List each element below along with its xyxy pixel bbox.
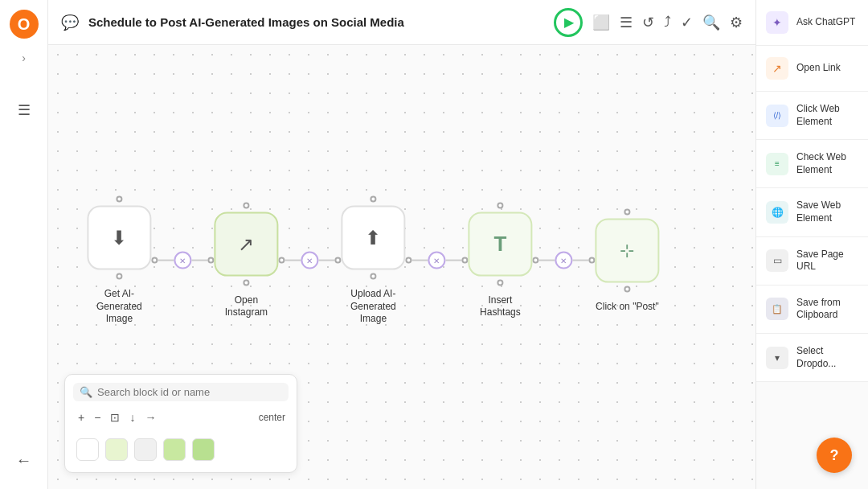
panel-item-label: Ask ChatGPT bbox=[796, 16, 855, 29]
node-label: Click on "Post" bbox=[596, 300, 659, 313]
panel-item-save-page-url[interactable]: ▭ Save Page URL bbox=[756, 237, 868, 286]
workflow: ⬇ Get AI-Generated Image ✕ ↗ Ope bbox=[87, 196, 659, 326]
line bbox=[445, 260, 461, 261]
node-bottom-connector bbox=[624, 286, 630, 292]
node-get-ai-image[interactable]: ⬇ Get AI-Generated Image bbox=[87, 196, 151, 326]
play-button[interactable]: ▶ bbox=[554, 8, 583, 37]
node-click-post[interactable]: ⊹ Click on "Post" bbox=[595, 208, 659, 313]
line bbox=[285, 260, 301, 261]
clipboard-icon: 📋 bbox=[766, 298, 788, 320]
node-bottom-connector bbox=[497, 279, 503, 286]
node-top-connector bbox=[370, 196, 376, 203]
dot bbox=[532, 257, 538, 264]
panel-item-save-from-clipboard[interactable]: 📋 Save from Clipboard bbox=[756, 286, 868, 334]
panel-item-label: Open Link bbox=[796, 62, 841, 75]
panel-item-select-dropdown[interactable]: ▾ Select Dropdo... bbox=[756, 334, 868, 382]
panel-item-label: Select Dropdo... bbox=[796, 345, 858, 370]
history-icon[interactable]: ↺ bbox=[642, 14, 654, 31]
dropdown-icon: ▾ bbox=[766, 347, 788, 369]
settings-icon[interactable]: ⚙ bbox=[730, 14, 743, 31]
left-sidebar: O › ☰ ← bbox=[0, 0, 48, 489]
search-icon[interactable]: 🔍 bbox=[702, 14, 720, 31]
remove-connection-3[interactable]: ✕ bbox=[428, 252, 445, 269]
dot bbox=[405, 257, 411, 264]
remove-connection-4[interactable]: ✕ bbox=[555, 252, 572, 269]
node-box[interactable]: ↗ bbox=[214, 212, 278, 276]
cursor-icon: ⊹ bbox=[620, 240, 634, 261]
comment-icon[interactable]: 💬 bbox=[61, 14, 79, 31]
share-icon[interactable]: ⤴ bbox=[664, 14, 671, 31]
help-button[interactable]: ? bbox=[817, 438, 852, 473]
remove-connection-2[interactable]: ✕ bbox=[301, 252, 318, 269]
open-link-icon: ↗ bbox=[238, 232, 254, 255]
panel-item-label: Save Web Element bbox=[796, 199, 858, 224]
save-web-icon: 🌐 bbox=[766, 201, 788, 224]
dot bbox=[207, 257, 214, 264]
connector-1: ✕ bbox=[151, 252, 214, 269]
play-icon: ▶ bbox=[564, 14, 574, 30]
line bbox=[572, 260, 588, 261]
dot bbox=[151, 257, 158, 264]
panel-icon[interactable]: ⬜ bbox=[592, 14, 610, 31]
panel-item-check-web-element[interactable]: ≡ Check Web Element bbox=[756, 140, 868, 188]
node-upload-ai-image[interactable]: ⬆ Upload AI-Generated Image bbox=[341, 196, 405, 326]
dot bbox=[334, 257, 341, 264]
main-content: 💬 Schedule to Post AI-Generated Images o… bbox=[48, 0, 755, 489]
node-bottom-connector bbox=[243, 279, 249, 286]
save-url-icon: ▭ bbox=[766, 249, 788, 272]
swatch-green2[interactable] bbox=[163, 438, 186, 461]
panel-item-ask-chatgpt[interactable]: ✦ Ask ChatGPT bbox=[756, 0, 868, 46]
node-open-instagram[interactable]: ↗ Open Instagram bbox=[214, 202, 278, 318]
search-row: 🔍 bbox=[73, 383, 289, 401]
move-right-button[interactable]: → bbox=[143, 409, 158, 425]
node-insert-hashtags[interactable]: T Insert Hashtags bbox=[468, 202, 532, 318]
click-web-icon: ⟨/⟩ bbox=[766, 105, 788, 127]
remove-connection-1[interactable]: ✕ bbox=[174, 252, 191, 269]
node-label: Insert Hashtags bbox=[468, 294, 532, 318]
search-icon: 🔍 bbox=[80, 386, 92, 398]
upload-icon: ⬆ bbox=[365, 227, 381, 249]
panel-item-label: Check Web Element bbox=[796, 151, 858, 176]
panel-item-label: Save from Clipboard bbox=[796, 297, 858, 322]
node-box[interactable]: T bbox=[468, 212, 532, 276]
node-box[interactable]: ⊹ bbox=[595, 218, 659, 282]
node-box[interactable]: ⬇ bbox=[87, 206, 151, 270]
connector-2: ✕ bbox=[278, 252, 341, 269]
sidebar-chevron-icon[interactable]: › bbox=[22, 51, 26, 64]
hamburger-icon[interactable]: ☰ bbox=[18, 101, 31, 119]
line bbox=[411, 260, 428, 261]
line bbox=[538, 260, 555, 261]
check-icon[interactable]: ✓ bbox=[681, 14, 693, 31]
help-icon: ? bbox=[830, 447, 839, 464]
swatch-white[interactable] bbox=[76, 438, 99, 461]
node-box[interactable]: ⬆ bbox=[341, 206, 405, 270]
logo-button[interactable]: O bbox=[10, 10, 39, 39]
swatch-gray[interactable] bbox=[134, 438, 157, 461]
node-top-connector bbox=[497, 202, 503, 208]
panel-item-click-web-element[interactable]: ⟨/⟩ Click Web Element bbox=[756, 92, 868, 140]
color-swatches bbox=[73, 435, 289, 464]
right-panel: ✦ Ask ChatGPT ↗ Open Link ⟨/⟩ Click Web … bbox=[755, 0, 868, 489]
node-label: Upload AI-Generated Image bbox=[341, 288, 405, 326]
topbar-actions: ▶ ⬜ ☰ ↺ ⤴ ✓ 🔍 ⚙ bbox=[554, 8, 743, 37]
topbar: 💬 Schedule to Post AI-Generated Images o… bbox=[48, 0, 755, 45]
connector-3: ✕ bbox=[405, 252, 468, 269]
logo-text: O bbox=[18, 15, 31, 34]
node-top-connector bbox=[624, 208, 630, 215]
list-icon[interactable]: ☰ bbox=[620, 14, 633, 31]
chatgpt-icon: ✦ bbox=[766, 11, 788, 34]
panel-item-label: Click Web Element bbox=[796, 103, 858, 128]
search-input[interactable] bbox=[97, 386, 282, 398]
exit-icon[interactable]: ← bbox=[16, 451, 32, 470]
swatch-green1[interactable] bbox=[105, 438, 128, 461]
add-button[interactable]: + bbox=[76, 409, 86, 425]
remove-button[interactable]: − bbox=[92, 409, 102, 425]
panel-item-open-link[interactable]: ↗ Open Link bbox=[756, 46, 868, 92]
copy-button[interactable]: ⊡ bbox=[108, 409, 121, 425]
swatch-green3[interactable] bbox=[192, 438, 215, 461]
panel-item-save-web-element[interactable]: 🌐 Save Web Element bbox=[756, 188, 868, 236]
move-down-button[interactable]: ↓ bbox=[128, 409, 137, 425]
download-icon: ⬇ bbox=[111, 227, 127, 249]
node-label: Open Instagram bbox=[214, 294, 278, 318]
panel-item-label: Save Page URL bbox=[796, 249, 858, 273]
